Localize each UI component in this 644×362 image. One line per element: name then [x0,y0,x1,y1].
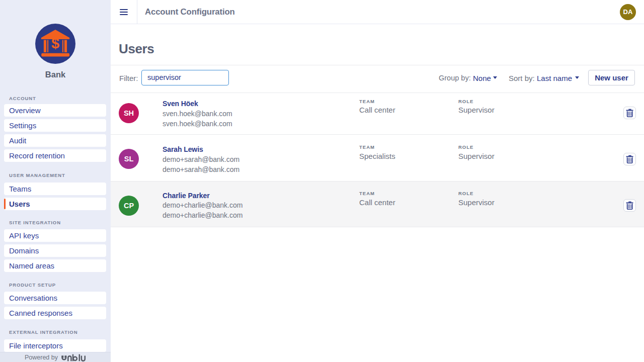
svg-text:$: $ [51,35,59,51]
